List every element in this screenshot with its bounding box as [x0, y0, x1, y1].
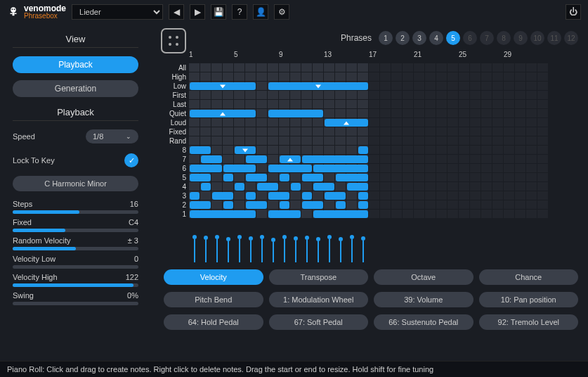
grid-cell[interactable]: [324, 100, 335, 109]
grid-cell[interactable]: [526, 191, 537, 200]
grid-cell[interactable]: [459, 118, 470, 127]
phrase-2[interactable]: 2: [396, 31, 410, 45]
grid-cell[interactable]: [279, 146, 290, 155]
note[interactable]: [325, 192, 346, 200]
grid-cell[interactable]: [537, 191, 549, 200]
grid-cell[interactable]: [504, 164, 515, 173]
grid-cell[interactable]: [481, 109, 492, 118]
grid-cell[interactable]: [481, 100, 492, 109]
grid-cell[interactable]: [290, 63, 301, 72]
grid-cell[interactable]: [358, 72, 369, 82]
grid-cell[interactable]: [380, 146, 391, 155]
grid-cell[interactable]: [346, 191, 358, 200]
grid-cell[interactable]: [335, 127, 346, 136]
grid-cell[interactable]: [268, 91, 279, 100]
velocity-bar[interactable]: [223, 226, 234, 262]
grid-cell[interactable]: [504, 173, 515, 182]
grid-cell[interactable]: [391, 136, 403, 146]
grid-cell[interactable]: [414, 173, 425, 182]
grid-cell[interactable]: [515, 191, 526, 200]
phrase-6[interactable]: 6: [463, 31, 477, 45]
grid-cell[interactable]: [268, 127, 279, 136]
grid-cell[interactable]: [436, 82, 447, 91]
note[interactable]: [302, 155, 368, 163]
grid-cell[interactable]: [279, 136, 290, 146]
note[interactable]: [235, 183, 244, 191]
grid-cell[interactable]: [301, 136, 313, 146]
grid-cell[interactable]: [234, 155, 245, 164]
grid-cell[interactable]: [200, 100, 211, 109]
grid-cell[interactable]: [346, 127, 358, 136]
grid-cell[interactable]: [369, 91, 380, 100]
note[interactable]: [190, 82, 256, 90]
grid-cell[interactable]: [391, 82, 403, 91]
scale-button[interactable]: C Harmonic Minor: [13, 176, 138, 191]
grid-cell[interactable]: [447, 146, 459, 155]
grid-cell[interactable]: [256, 63, 268, 72]
grid-cell[interactable]: [481, 164, 492, 173]
grid-cell[interactable]: [459, 63, 470, 72]
grid-cell[interactable]: [447, 200, 459, 210]
grid-cell[interactable]: [346, 72, 358, 82]
save-button[interactable]: 💾: [211, 4, 226, 20]
grid-cell[interactable]: [391, 72, 403, 82]
grid-cell[interactable]: [504, 127, 515, 136]
grid-cell[interactable]: [346, 109, 358, 118]
note[interactable]: [190, 146, 211, 154]
note[interactable]: [302, 201, 323, 209]
steps-slider[interactable]: [13, 210, 138, 214]
grid-cell[interactable]: [256, 210, 268, 219]
grid-cell[interactable]: [369, 155, 380, 164]
grid-cell[interactable]: [414, 164, 425, 173]
grid-cell[interactable]: [335, 146, 346, 155]
grid-cell[interactable]: [211, 100, 223, 109]
grid-cell[interactable]: [391, 200, 403, 210]
grid-cell[interactable]: [189, 127, 200, 136]
grid-cell[interactable]: [279, 63, 290, 72]
lock-toggle[interactable]: ✓: [124, 153, 138, 167]
grid-cell[interactable]: [290, 118, 301, 127]
grid-cell[interactable]: [481, 127, 492, 136]
grid-cell[interactable]: [391, 146, 403, 155]
note[interactable]: [268, 210, 301, 218]
grid-cell[interactable]: [459, 146, 470, 155]
grid-cell[interactable]: [268, 100, 279, 109]
note[interactable]: [336, 201, 346, 209]
grid-cell[interactable]: [425, 82, 436, 91]
grid-cell[interactable]: [234, 91, 245, 100]
grid-cell[interactable]: [245, 72, 256, 82]
grid-cell[interactable]: [492, 136, 504, 146]
grid-cell[interactable]: [358, 127, 369, 136]
grid-cell[interactable]: [492, 118, 504, 127]
velocity-bar[interactable]: [245, 226, 256, 262]
grid-cell[interactable]: [515, 146, 526, 155]
tab-generation[interactable]: Generation: [13, 80, 138, 97]
vhi-slider[interactable]: [13, 283, 138, 287]
note[interactable]: [190, 210, 256, 218]
grid-cell[interactable]: [369, 127, 380, 136]
grid-cell[interactable]: [200, 127, 211, 136]
grid-cell[interactable]: [200, 72, 211, 82]
grid-cell[interactable]: [436, 200, 447, 210]
grid-cell[interactable]: [414, 127, 425, 136]
settings-button[interactable]: ⚙: [274, 4, 289, 20]
grid-cell[interactable]: [537, 100, 549, 109]
grid-cell[interactable]: [425, 155, 436, 164]
grid-cell[interactable]: [403, 200, 414, 210]
grid-cell[interactable]: [447, 164, 459, 173]
grid-cell[interactable]: [504, 72, 515, 82]
vlo-slider[interactable]: [13, 265, 138, 269]
grid-cell[interactable]: [447, 210, 459, 219]
grid-cell[interactable]: [391, 63, 403, 72]
grid-cell[interactable]: [459, 155, 470, 164]
grid-cell[interactable]: [537, 146, 549, 155]
grid-cell[interactable]: [268, 155, 279, 164]
grid-cell[interactable]: [223, 72, 234, 82]
grid-cell[interactable]: [380, 82, 391, 91]
grid-cell[interactable]: [335, 91, 346, 100]
grid-cell[interactable]: [515, 155, 526, 164]
grid-cell[interactable]: [403, 72, 414, 82]
grid-cell[interactable]: [515, 100, 526, 109]
grid-cell[interactable]: [447, 63, 459, 72]
grid-cell[interactable]: [268, 118, 279, 127]
